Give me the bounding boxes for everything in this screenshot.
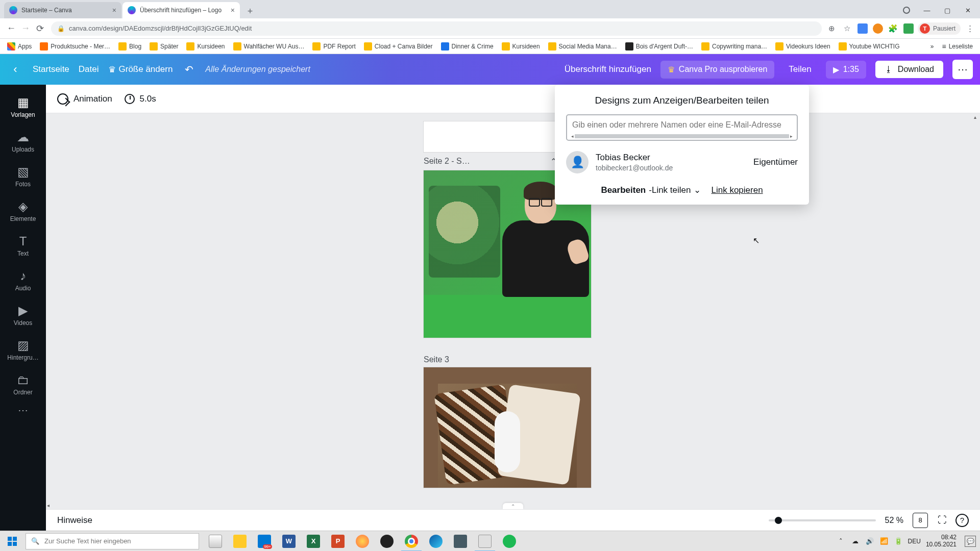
extension-icon[interactable]	[856, 22, 869, 35]
present-button[interactable]: ▶ 1:35	[826, 61, 866, 79]
star-icon[interactable]: ☆	[841, 22, 853, 35]
sidebar-item-elements[interactable]: ◈Elemente	[0, 194, 46, 229]
tray-wifi-icon[interactable]: 📶	[879, 537, 889, 546]
taskbar-obs[interactable]	[375, 531, 399, 552]
reading-list-button[interactable]: ≡Leseliste	[939, 40, 976, 53]
zoom-knob[interactable]	[775, 517, 782, 524]
copy-link-button[interactable]: Link kopieren	[711, 185, 763, 195]
page-label[interactable]: Seite 2 - S…	[424, 157, 470, 166]
taskbar-spotify[interactable]	[497, 531, 522, 552]
tray-language[interactable]: DEU	[908, 538, 921, 545]
back-button[interactable]: ←	[4, 21, 18, 36]
task-view-button[interactable]	[203, 531, 228, 552]
action-center-button[interactable]: 💬	[965, 536, 976, 547]
bookmarks-overflow[interactable]: »	[927, 41, 937, 52]
close-window-button[interactable]: ✕	[959, 3, 977, 17]
tray-clock[interactable]: 08:42 10.05.2021	[926, 534, 957, 548]
sidebar-item-photos[interactable]: ▧Fotos	[0, 159, 46, 194]
sidebar-item-uploads[interactable]: ☁Uploads	[0, 124, 46, 159]
tray-cloud-icon[interactable]: ☁	[851, 537, 860, 546]
bookmark-item[interactable]: Produktsuche - Mer…	[37, 40, 113, 53]
undo-button[interactable]: ↶	[182, 63, 196, 76]
extension-icon[interactable]	[902, 22, 915, 35]
tray-battery-icon[interactable]: 🔋	[894, 537, 903, 546]
bookmark-item[interactable]: Dinner & Crime	[438, 40, 497, 53]
page-label[interactable]: Seite 3	[424, 355, 449, 364]
duration-button[interactable]: 5.0s	[125, 94, 156, 104]
taskbar-app[interactable]	[350, 531, 375, 552]
bookmark-item[interactable]: Kursideen	[183, 40, 228, 53]
extensions-puzzle-icon[interactable]: 🧩	[887, 22, 899, 35]
reload-button[interactable]: ⟳	[33, 21, 47, 36]
sidebar-more-button[interactable]: ⋯	[18, 404, 28, 416]
zoom-icon[interactable]: ⊕	[826, 22, 838, 35]
bookmark-item[interactable]: Social Media Mana…	[545, 40, 620, 53]
taskbar-app[interactable]	[473, 531, 497, 552]
taskbar-chrome[interactable]	[399, 531, 424, 552]
profile-chip[interactable]: T Pausiert	[918, 22, 961, 35]
account-dot-icon[interactable]	[897, 3, 916, 17]
bookmark-item[interactable]: PDF Report	[309, 40, 358, 53]
download-button[interactable]: ⭳ Download	[875, 61, 943, 78]
sidebar-item-folder[interactable]: 🗀Ordner	[0, 367, 46, 402]
canvas-area[interactable]: Animation 5.0s Seite 2 - S… ⌃ ⌄ ⿻	[46, 85, 980, 531]
input-hscroll[interactable]: ◂▸	[571, 134, 793, 139]
kebab-menu-icon[interactable]: ⋮	[964, 22, 976, 35]
sidebar-item-background[interactable]: ▨Hintergru…	[0, 333, 46, 367]
zoom-percent[interactable]: 52 %	[885, 516, 903, 525]
design-title[interactable]: Überschrift hinzufügen	[565, 64, 651, 74]
start-button[interactable]	[0, 531, 24, 552]
maximize-button[interactable]: ▢	[938, 3, 957, 17]
zoom-slider[interactable]	[769, 519, 876, 521]
vscroll[interactable]: ▴	[971, 114, 979, 508]
browser-tab-2[interactable]: Überschrift hinzufügen – Logo ×	[122, 2, 240, 18]
help-button[interactable]: ?	[955, 514, 969, 527]
file-menu[interactable]: Datei	[79, 64, 99, 74]
close-icon[interactable]: ×	[112, 6, 116, 14]
page-3-thumb[interactable]	[424, 367, 591, 488]
taskbar-word[interactable]: W	[277, 531, 301, 552]
taskbar-excel[interactable]: X	[301, 531, 326, 552]
sidebar-item-videos[interactable]: ▶Videos	[0, 298, 46, 333]
apps-button[interactable]: Apps	[4, 40, 35, 53]
bookmark-item[interactable]: Wahlfächer WU Aus…	[230, 40, 308, 53]
try-pro-button[interactable]: ♛ Canva Pro ausprobieren	[660, 61, 774, 79]
notes-button[interactable]: Hinweise	[57, 515, 92, 525]
share-email-input[interactable]	[571, 118, 793, 132]
permission-dropdown[interactable]: Bearbeiten-Link teilen ⌄	[601, 185, 701, 195]
taskbar-explorer[interactable]	[228, 531, 252, 552]
page-drawer-handle[interactable]: ⌃	[503, 503, 523, 509]
grid-view-button[interactable]: 8	[913, 513, 928, 528]
home-link[interactable]: Startseite	[33, 64, 69, 74]
new-tab-button[interactable]: +	[243, 4, 257, 18]
taskbar-edge[interactable]	[424, 531, 448, 552]
resize-button[interactable]: ♛ Größe ändern	[108, 64, 173, 75]
bookmark-item[interactable]: Copywriting mana…	[698, 40, 770, 53]
share-button[interactable]: Teilen	[783, 60, 816, 79]
bookmark-item[interactable]: Youtube WICHTIG	[836, 40, 903, 53]
fullscreen-button[interactable]: ⛶	[935, 513, 949, 528]
bookmark-item[interactable]: Kursideen	[499, 40, 543, 53]
sidebar-item-templates[interactable]: ▦Vorlagen	[0, 90, 46, 124]
taskbar-mail[interactable]: 99+	[252, 531, 277, 552]
bookmark-item[interactable]: Videokurs Ideen	[772, 40, 834, 53]
pages-viewport[interactable]: Seite 2 - S… ⌃ ⌄ ⿻	[46, 113, 970, 531]
animation-button[interactable]: Animation	[57, 93, 112, 105]
tray-volume-icon[interactable]: 🔊	[865, 537, 874, 546]
url-field[interactable]: 🔒 canva.com/design/DAEdomzscjl/drBfjHdCo…	[51, 21, 822, 36]
sidebar-item-audio[interactable]: ♪Audio	[0, 263, 46, 298]
bookmark-item[interactable]: Cload + Canva Bilder	[361, 40, 436, 53]
browser-tab-1[interactable]: Startseite – Canva ×	[4, 2, 121, 18]
hscroll-left-icon[interactable]: ◂	[47, 503, 50, 508]
forward-button[interactable]: →	[18, 21, 33, 36]
taskbar-powerpoint[interactable]: P	[326, 531, 350, 552]
tray-chevron-up-icon[interactable]: ˄	[837, 537, 846, 546]
bookmark-item[interactable]: Blog	[115, 40, 144, 53]
back-to-home-button[interactable]: ‹	[7, 61, 23, 78]
share-input-wrap[interactable]: ◂▸	[566, 114, 798, 141]
close-icon[interactable]: ×	[231, 6, 235, 14]
more-menu-button[interactable]: ⋯	[952, 60, 973, 79]
taskbar-app[interactable]	[448, 531, 473, 552]
bookmark-item[interactable]: Später	[146, 40, 181, 53]
bookmark-item[interactable]: Bois d'Argent Duft-…	[622, 40, 696, 53]
